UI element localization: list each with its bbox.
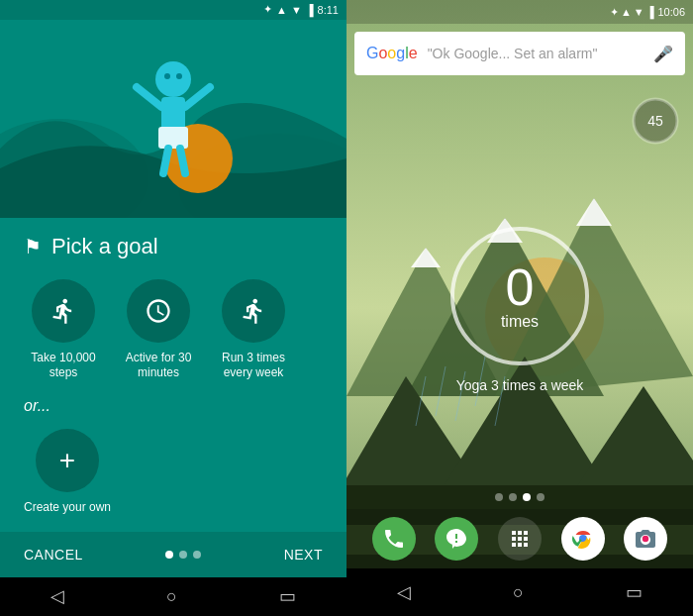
- dot-3: [193, 551, 201, 559]
- left-nav-bar: ◁ ○ ▭: [0, 577, 346, 616]
- goal-run-circle: [222, 279, 285, 343]
- timer-widget-area: 45: [346, 87, 693, 147]
- goal-steps-label: Take 10,000 steps: [24, 351, 103, 381]
- r-bluetooth-icon: ✦: [610, 6, 619, 19]
- r-battery-icon: ▐: [646, 6, 654, 18]
- dot-indicators: [165, 551, 201, 559]
- svg-rect-10: [158, 127, 188, 149]
- right-nav-bar: ◁ ○ ▭: [346, 568, 693, 616]
- r-back-icon[interactable]: ◁: [397, 581, 411, 603]
- right-panel: ✦ ▲ ▼ ▐ 10:06 Google "Ok Google... Set a…: [346, 0, 693, 616]
- wifi-icon: ▼: [291, 4, 302, 16]
- mic-icon[interactable]: 🎤: [653, 45, 673, 63]
- r-recents-icon[interactable]: ▭: [626, 581, 643, 603]
- pick-goal-title: Pick a goal: [51, 234, 158, 259]
- app-dock: [346, 509, 693, 568]
- goal-run-label: Run 3 times every week: [214, 351, 293, 381]
- left-status-bar: ✦ ▲ ▼ ▐ 8:11: [0, 0, 346, 20]
- yoga-label: Yoga 3 times a week: [456, 377, 584, 393]
- r-wifi-icon: ▼: [634, 6, 644, 18]
- svg-line-12: [180, 149, 185, 173]
- signal-icon: ▲: [276, 4, 287, 16]
- yoga-unit: times: [501, 313, 539, 331]
- dot-2: [179, 551, 187, 559]
- create-own-label: Create your own: [24, 500, 111, 516]
- back-icon[interactable]: ◁: [50, 585, 64, 607]
- battery-icon: ▐: [306, 4, 314, 16]
- yoga-count-value: 0: [506, 261, 535, 313]
- yoga-widget[interactable]: 0 times Yoga 3 times a week: [346, 147, 693, 493]
- bluetooth-icon: ✦: [263, 3, 272, 16]
- goal-active-circle: [127, 279, 190, 343]
- svg-rect-7: [161, 97, 185, 132]
- svg-text:45: 45: [647, 113, 663, 129]
- svg-line-11: [163, 149, 168, 173]
- search-placeholder[interactable]: "Ok Google... Set an alarm": [428, 46, 644, 61]
- svg-point-6: [176, 73, 182, 79]
- circular-timer-widget[interactable]: 45: [630, 95, 681, 147]
- recents-icon[interactable]: ▭: [279, 585, 296, 607]
- pick-goal-header: ⚑ Pick a goal: [24, 234, 323, 259]
- hero-illustration: [0, 20, 346, 218]
- dot-1: [165, 551, 173, 559]
- r-dot-1: [495, 493, 503, 501]
- or-text: or...: [24, 397, 323, 415]
- yoga-count-circle: 0 times: [450, 227, 589, 365]
- time-display: 8:11: [318, 4, 339, 16]
- hangouts-icon[interactable]: [435, 517, 478, 561]
- goal-active-label: Active for 30 minutes: [119, 351, 198, 381]
- next-button[interactable]: NEXT: [276, 539, 331, 570]
- r-signal-icon: ▲: [621, 6, 632, 18]
- apps-icon[interactable]: [498, 517, 542, 561]
- cancel-button[interactable]: CANCEL: [16, 539, 91, 570]
- r-home-icon[interactable]: ○: [513, 582, 524, 603]
- right-page-dots: [346, 493, 693, 501]
- pick-goal-section: ⚑ Pick a goal Take 10,000 steps: [0, 218, 346, 532]
- r-dot-3: [523, 493, 531, 501]
- widgets-area: 45 0 times Yoga 3 times a week: [346, 83, 693, 493]
- camera-icon[interactable]: [624, 517, 667, 561]
- goal-steps-circle: [32, 279, 95, 343]
- goal-steps[interactable]: Take 10,000 steps: [24, 279, 103, 381]
- create-own-circle: +: [36, 429, 99, 492]
- home-icon[interactable]: ○: [166, 586, 177, 607]
- svg-point-5: [164, 73, 170, 79]
- flag-icon: ⚑: [24, 235, 42, 258]
- goal-run[interactable]: Run 3 times every week: [214, 279, 293, 381]
- google-logo: Google: [366, 45, 418, 62]
- right-status-bar: ✦ ▲ ▼ ▐ 10:06: [346, 0, 693, 24]
- goal-options: Take 10,000 steps Active for 30 minutes: [24, 279, 323, 381]
- left-panel: ✦ ▲ ▼ ▐ 8:11: [0, 0, 346, 616]
- create-own-option[interactable]: + Create your own: [24, 429, 111, 516]
- phone-icon[interactable]: [372, 517, 416, 561]
- r-dot-4: [537, 493, 544, 501]
- svg-point-4: [155, 61, 191, 97]
- r-dot-2: [509, 493, 517, 501]
- status-icons: ✦ ▲ ▼ ▐ 8:11: [263, 3, 339, 16]
- chrome-icon[interactable]: [561, 517, 605, 561]
- goal-active[interactable]: Active for 30 minutes: [119, 279, 198, 381]
- left-bottom-bar: CANCEL NEXT: [0, 532, 346, 577]
- google-search-bar[interactable]: Google "Ok Google... Set an alarm" 🎤: [354, 32, 685, 75]
- r-time-display: 10:06: [657, 6, 685, 18]
